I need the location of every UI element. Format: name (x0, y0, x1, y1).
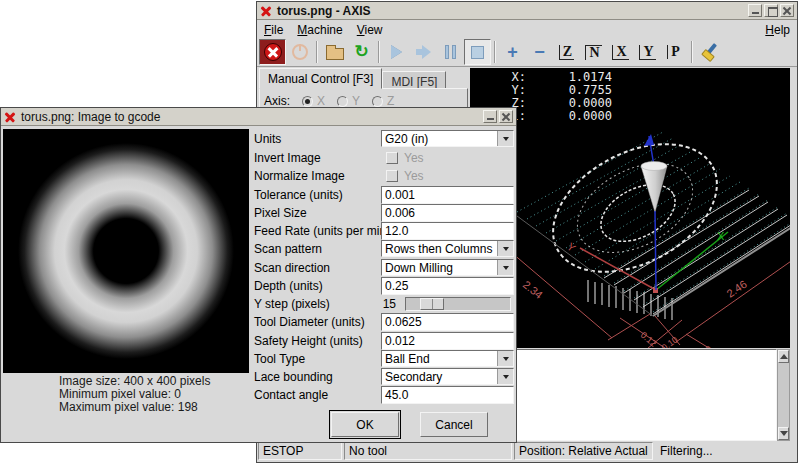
dimension-left-label: 2.34 (521, 278, 545, 301)
axis-x-radio[interactable] (302, 96, 313, 107)
view-z2-button[interactable]: N (580, 39, 607, 65)
torus-toolpath (531, 118, 738, 298)
step-button[interactable] (410, 39, 437, 65)
y-step-slider[interactable] (405, 297, 511, 311)
field-label-y-step: Y step (pixels) (254, 297, 330, 311)
units-value: G20 (in) (382, 131, 497, 146)
view-p-button[interactable]: P (661, 39, 688, 65)
chevron-down-icon (497, 260, 513, 275)
axis-app-icon (260, 5, 272, 17)
pause-button[interactable] (437, 39, 464, 65)
axis-label: Axis: (264, 94, 290, 108)
invert-image-checkbox[interactable] (386, 152, 398, 164)
perspective-view-icon: P (667, 45, 682, 59)
scrollbar-trough[interactable] (778, 363, 789, 427)
ok-button[interactable]: OK (331, 412, 399, 437)
dialog-app-icon (4, 111, 16, 123)
clear-plot-button[interactable] (696, 39, 723, 65)
invert-image-check-label: Yes (404, 151, 424, 165)
axis-y-label: Y (352, 94, 360, 108)
cancel-button[interactable]: Cancel (420, 412, 488, 437)
image-max-text: Maximum pixel value: 198 (59, 401, 210, 414)
pixel-size-input[interactable]: 0.006 (381, 204, 514, 222)
toolbar-separator (691, 41, 693, 63)
safety-height-input[interactable]: 0.012 (381, 332, 514, 350)
tab-manual-control[interactable]: Manual Control [F3] (259, 68, 382, 89)
chevron-down-icon (497, 351, 513, 366)
menu-view[interactable]: View (350, 22, 390, 38)
scan-pattern-select[interactable]: Rows then Columns (381, 240, 514, 257)
dro-vel-value: 0.0000 (526, 110, 612, 123)
depth-input[interactable]: 0.25 (381, 277, 514, 295)
statusbar: ESTOP No tool Position: Relative Actual … (257, 441, 797, 461)
menu-machine[interactable]: Machine (290, 22, 349, 38)
field-label-scan-pattern: Scan pattern (254, 242, 322, 256)
minimize-button[interactable] (748, 4, 762, 17)
tool-type-value: Ball End (382, 351, 497, 366)
stop-icon (471, 46, 484, 59)
tolerance-input[interactable]: 0.001 (381, 186, 514, 204)
toolbar-separator (316, 41, 318, 63)
view-z-button[interactable]: Z (553, 39, 580, 65)
estop-button[interactable] (259, 39, 286, 65)
open-folder-icon (326, 48, 344, 60)
scroll-up-button[interactable] (778, 350, 789, 363)
scan-direction-select[interactable]: Down Milling (381, 259, 514, 276)
front-toolpath-rows (604, 190, 790, 314)
menubar: File Machine View Help (257, 21, 797, 38)
menu-file[interactable]: File (257, 22, 290, 38)
slider-thumb[interactable] (420, 298, 444, 310)
gcode-scrollbar[interactable] (777, 349, 790, 441)
field-label-normalize: Normalize Image (254, 169, 345, 183)
dimension-right-label: 2.46 (724, 278, 748, 300)
axis-titlebar[interactable]: torus.png - AXIS (257, 2, 797, 20)
contact-angle-input[interactable]: 45.0 (381, 386, 514, 404)
torus-image (18, 143, 234, 359)
open-file-button[interactable] (321, 39, 348, 65)
axis-x-label: X (317, 94, 325, 108)
field-label-tool-diameter: Tool Diameter (units) (254, 315, 365, 329)
close-button[interactable] (780, 4, 794, 17)
pause-icon (445, 45, 456, 59)
dialog-close-button[interactable] (499, 110, 513, 123)
field-label-tolerance: Tolerance (units) (254, 188, 343, 202)
toolbar-separator (378, 41, 380, 63)
preview-pane[interactable]: X Y 2.34 2. (470, 68, 790, 348)
reload-button[interactable]: ↻ (348, 39, 375, 65)
stop-button[interactable] (464, 39, 491, 65)
axis-y-radio[interactable] (337, 96, 348, 107)
machine-power-button[interactable] (286, 39, 313, 65)
zoom-in-button[interactable]: + (499, 39, 526, 65)
feed-rate-input[interactable]: 12.0 (381, 222, 514, 240)
menu-help[interactable]: Help (758, 22, 797, 38)
n-view-icon: N (585, 45, 601, 60)
dialog-minimize-button[interactable] (483, 110, 497, 123)
y-view-icon: Y (639, 45, 655, 60)
scroll-down-button[interactable] (778, 427, 789, 440)
lace-bounding-value: Secondary (382, 369, 497, 384)
field-label-pixel-size: Pixel Size (254, 206, 307, 220)
tool-line-lower (655, 211, 656, 290)
axis-z-radio[interactable] (372, 96, 383, 107)
tool-cone-top (641, 162, 667, 171)
tab-bar: Manual Control [F3] MDI [F5] (259, 68, 470, 89)
status-position-mode: Position: Relative Actual (514, 442, 653, 460)
run-icon (391, 45, 402, 59)
zoom-out-button[interactable]: − (526, 39, 553, 65)
run-button[interactable] (383, 39, 410, 65)
field-label-lace-bounding: Lace bounding (254, 370, 333, 384)
tool-type-select[interactable]: Ball End (381, 350, 514, 367)
maximize-button[interactable] (764, 4, 778, 17)
field-label-invert: Invert Image (254, 151, 321, 165)
dialog-titlebar[interactable]: torus.png: Image to gcode (1, 108, 516, 126)
view-x-button[interactable]: X (607, 39, 634, 65)
normalize-image-checkbox[interactable] (386, 170, 398, 182)
tab-mdi[interactable]: MDI [F5] (382, 71, 446, 89)
image-to-gcode-dialog: torus.png: Image to gcode Image size: 40… (0, 107, 517, 443)
units-select[interactable]: G20 (in) (381, 130, 514, 147)
tool-diameter-input[interactable]: 0.0625 (381, 313, 514, 331)
lace-bounding-select[interactable]: Secondary (381, 368, 514, 385)
view-y-button[interactable]: Y (634, 39, 661, 65)
status-tool: No tool (344, 442, 512, 460)
estop-icon (264, 43, 282, 61)
